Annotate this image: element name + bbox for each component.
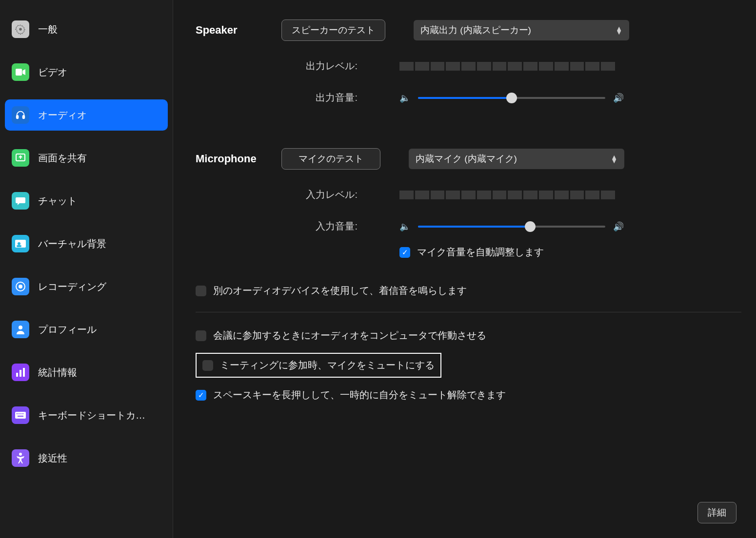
- volume-high-icon: 🔊: [613, 93, 624, 103]
- sidebar-item-recording[interactable]: レコーディング: [5, 271, 168, 302]
- test-mic-button[interactable]: マイクのテスト: [281, 148, 380, 170]
- svg-rect-13: [23, 368, 25, 377]
- chat-icon: [12, 192, 29, 210]
- svg-rect-1: [16, 69, 22, 76]
- svg-point-20: [19, 453, 22, 456]
- svg-rect-16: [19, 413, 20, 414]
- sidebar-item-label: プロフィール: [38, 323, 97, 336]
- microphone-heading: Microphone: [196, 153, 281, 165]
- gear-icon: [12, 20, 29, 38]
- content-pane: Speaker スピーカーのテスト 内蔵出力 (内蔵スピーカー) ▲▼ 出力レベ…: [173, 0, 756, 538]
- svg-point-10: [19, 326, 22, 329]
- svg-rect-14: [15, 412, 26, 419]
- volume-high-icon: 🔊: [613, 221, 624, 232]
- separate-ring-device-checkbox[interactable]: [196, 286, 206, 296]
- svg-rect-12: [20, 370, 21, 377]
- svg-rect-18: [22, 413, 23, 414]
- mute-on-join-label: ミーティングに参加時、マイクをミュートにする: [220, 359, 435, 372]
- svg-rect-15: [17, 413, 18, 414]
- test-speaker-button[interactable]: スピーカーのテスト: [281, 19, 385, 41]
- output-volume-label: 出力音量:: [196, 91, 371, 104]
- input-volume-label: 入力音量:: [196, 220, 371, 233]
- sidebar-item-label: 画面を共有: [38, 152, 87, 165]
- svg-rect-19: [18, 416, 23, 417]
- sidebar-item-label: 統計情報: [38, 366, 77, 379]
- sidebar-item-label: ビデオ: [38, 66, 67, 79]
- sidebar-item-label: レコーディング: [38, 280, 106, 293]
- sidebar-item-chat[interactable]: チャット: [5, 185, 168, 216]
- camera-icon: [12, 63, 29, 81]
- sidebar-item-share-screen[interactable]: 画面を共有: [5, 142, 168, 173]
- sidebar-item-general[interactable]: 一般: [5, 14, 168, 45]
- output-level-label: 出力レベル:: [196, 59, 371, 73]
- svg-rect-3: [23, 115, 25, 118]
- divider: [196, 312, 741, 312]
- sidebar-item-label: 接近性: [38, 452, 67, 465]
- auto-adjust-mic-label: マイク音量を自動調整します: [417, 246, 544, 259]
- person-icon: [12, 321, 29, 338]
- svg-rect-11: [16, 373, 18, 377]
- space-unmute-checkbox[interactable]: ✓: [196, 390, 206, 401]
- svg-point-0: [19, 28, 22, 31]
- sidebar-item-keyboard-shortcuts[interactable]: キーボードショートカ…: [5, 400, 168, 431]
- mic-device-select[interactable]: 内蔵マイク (内蔵マイク) ▲▼: [409, 149, 624, 169]
- svg-point-9: [19, 285, 22, 288]
- sidebar-item-label: 一般: [38, 23, 58, 36]
- sidebar-item-audio[interactable]: オーディオ: [5, 99, 168, 131]
- svg-rect-2: [17, 115, 19, 118]
- mute-on-join-highlight: ミーティングに参加時、マイクをミュートにする: [196, 353, 441, 378]
- mic-device-value: 内蔵マイク (内蔵マイク): [416, 153, 517, 165]
- sidebar-item-accessibility[interactable]: 接近性: [5, 442, 168, 474]
- sidebar-item-virtual-background[interactable]: バーチャル背景: [5, 228, 168, 259]
- output-volume-slider[interactable]: [418, 97, 605, 99]
- sidebar-item-label: チャット: [38, 194, 77, 208]
- input-level-label: 入力レベル:: [196, 188, 371, 201]
- sidebar-item-label: バーチャル背景: [38, 237, 106, 250]
- sidebar-item-label: オーディオ: [38, 109, 87, 122]
- speaker-heading: Speaker: [196, 24, 281, 37]
- mute-on-join-checkbox[interactable]: [202, 360, 213, 371]
- volume-low-icon: 🔈: [399, 221, 410, 232]
- speaker-device-value: 内蔵出力 (内蔵スピーカー): [420, 24, 531, 37]
- details-button[interactable]: 詳細: [697, 502, 736, 523]
- svg-rect-7: [17, 245, 21, 247]
- output-level-meter: [399, 62, 615, 71]
- stats-icon: [12, 364, 29, 381]
- svg-rect-17: [20, 413, 21, 414]
- record-icon: [12, 278, 29, 295]
- separate-ring-device-label: 別のオーディオデバイスを使用して、着信音を鳴らします: [213, 284, 467, 297]
- volume-low-icon: 🔈: [399, 93, 410, 103]
- virtual-bg-icon: [12, 235, 29, 252]
- sidebar: 一般 ビデオ オーディオ 画面を共有 チャット バーチャル背景 レコーディング …: [0, 0, 173, 538]
- share-screen-icon: [12, 149, 29, 167]
- chevron-updown-icon: ▲▼: [616, 26, 622, 34]
- svg-point-6: [18, 242, 20, 245]
- accessibility-icon: [12, 449, 29, 467]
- input-volume-slider[interactable]: [418, 226, 605, 228]
- speaker-device-select[interactable]: 内蔵出力 (内蔵スピーカー) ▲▼: [414, 20, 629, 40]
- chevron-updown-icon: ▲▼: [611, 155, 617, 163]
- space-unmute-label: スペースキーを長押しして、一時的に自分をミュート解除できます: [213, 388, 506, 402]
- join-computer-audio-label: 会議に参加するときにオーディオをコンピュータで作動させる: [213, 329, 486, 342]
- sidebar-item-profile[interactable]: プロフィール: [5, 314, 168, 345]
- sidebar-item-label: キーボードショートカ…: [38, 409, 145, 422]
- keyboard-icon: [12, 406, 29, 424]
- auto-adjust-mic-checkbox[interactable]: ✓: [399, 247, 410, 258]
- input-level-meter: [399, 191, 615, 199]
- join-computer-audio-checkbox[interactable]: [196, 330, 206, 341]
- headphones-icon: [12, 106, 29, 124]
- sidebar-item-statistics[interactable]: 統計情報: [5, 357, 168, 388]
- sidebar-item-video[interactable]: ビデオ: [5, 57, 168, 88]
